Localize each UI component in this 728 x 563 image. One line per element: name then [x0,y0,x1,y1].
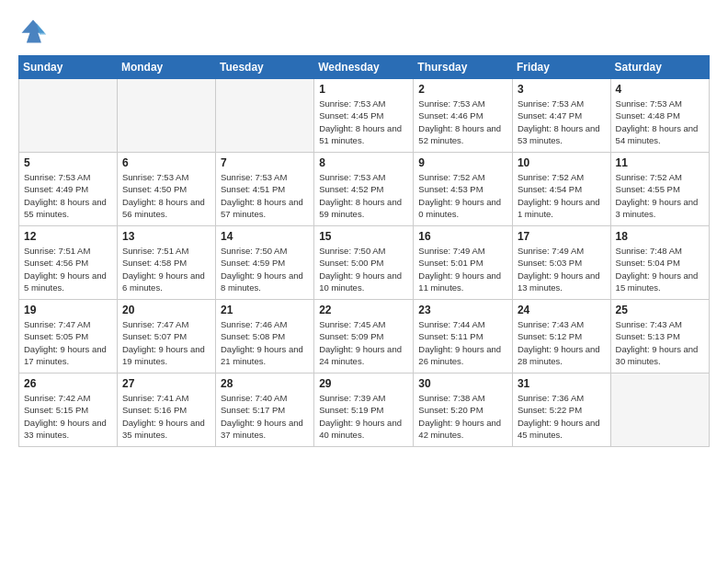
page: SundayMondayTuesdayWednesdayThursdayFrid… [0,0,728,563]
day-cell: 19Sunrise: 7:47 AM Sunset: 5:05 PM Dayli… [19,300,118,373]
day-info: Sunrise: 7:39 AM Sunset: 5:19 PM Dayligh… [319,392,408,441]
day-info: Sunrise: 7:49 AM Sunset: 5:03 PM Dayligh… [518,245,606,293]
day-info: Sunrise: 7:52 AM Sunset: 4:54 PM Dayligh… [518,171,606,220]
weekday-header-wednesday: Wednesday [314,56,414,79]
day-number: 10 [518,156,606,169]
day-cell: 4Sunrise: 7:53 AM Sunset: 4:48 PM Daylig… [610,79,709,153]
day-cell: 15Sunrise: 7:50 AM Sunset: 5:00 PM Dayli… [314,226,414,300]
weekday-header-row: SundayMondayTuesdayWednesdayThursdayFrid… [19,56,710,79]
day-cell: 25Sunrise: 7:43 AM Sunset: 5:13 PM Dayli… [610,300,709,373]
day-cell: 18Sunrise: 7:48 AM Sunset: 5:04 PM Dayli… [610,226,709,300]
day-cell [216,79,314,153]
day-info: Sunrise: 7:53 AM Sunset: 4:50 PM Dayligh… [122,171,210,220]
day-number: 25 [616,304,704,316]
day-cell: 22Sunrise: 7:45 AM Sunset: 5:09 PM Dayli… [314,300,414,373]
weekday-header-tuesday: Tuesday [216,56,314,79]
day-number: 3 [518,83,606,96]
week-row-4: 26Sunrise: 7:42 AM Sunset: 5:15 PM Dayli… [19,373,710,447]
day-number: 26 [24,377,112,390]
day-info: Sunrise: 7:45 AM Sunset: 5:09 PM Dayligh… [319,318,408,367]
day-cell [19,79,118,153]
week-row-1: 5Sunrise: 7:53 AM Sunset: 4:49 PM Daylig… [19,153,710,226]
day-info: Sunrise: 7:41 AM Sunset: 5:16 PM Dayligh… [122,392,210,441]
day-number: 31 [518,377,606,390]
day-cell: 24Sunrise: 7:43 AM Sunset: 5:12 PM Dayli… [512,300,610,373]
day-number: 21 [221,304,309,316]
day-number: 30 [418,377,507,390]
day-number: 17 [518,230,606,243]
day-number: 23 [418,304,507,316]
day-info: Sunrise: 7:51 AM Sunset: 4:56 PM Dayligh… [24,245,112,293]
weekday-header-saturday: Saturday [610,56,709,79]
day-info: Sunrise: 7:47 AM Sunset: 5:05 PM Dayligh… [24,318,112,367]
day-number: 6 [122,156,210,169]
day-cell: 31Sunrise: 7:36 AM Sunset: 5:22 PM Dayli… [512,373,610,447]
day-info: Sunrise: 7:50 AM Sunset: 5:00 PM Dayligh… [319,245,408,293]
weekday-header-sunday: Sunday [19,56,118,79]
day-info: Sunrise: 7:52 AM Sunset: 4:53 PM Dayligh… [418,171,507,220]
day-cell: 9Sunrise: 7:52 AM Sunset: 4:53 PM Daylig… [414,153,513,226]
day-cell: 14Sunrise: 7:50 AM Sunset: 4:59 PM Dayli… [216,226,314,300]
day-cell: 28Sunrise: 7:40 AM Sunset: 5:17 PM Dayli… [216,373,314,447]
day-cell: 11Sunrise: 7:52 AM Sunset: 4:55 PM Dayli… [610,153,709,226]
day-number: 13 [122,230,210,243]
week-row-3: 19Sunrise: 7:47 AM Sunset: 5:05 PM Dayli… [19,300,710,373]
calendar-table: SundayMondayTuesdayWednesdayThursdayFrid… [18,55,710,447]
day-info: Sunrise: 7:52 AM Sunset: 4:55 PM Dayligh… [616,171,704,220]
day-info: Sunrise: 7:50 AM Sunset: 4:59 PM Dayligh… [221,245,309,293]
day-number: 11 [616,156,704,169]
day-number: 27 [122,377,210,390]
day-cell: 7Sunrise: 7:53 AM Sunset: 4:51 PM Daylig… [216,153,314,226]
day-info: Sunrise: 7:36 AM Sunset: 5:22 PM Dayligh… [518,392,606,441]
day-info: Sunrise: 7:48 AM Sunset: 5:04 PM Dayligh… [616,245,704,293]
day-info: Sunrise: 7:46 AM Sunset: 5:08 PM Dayligh… [221,318,309,367]
day-cell: 10Sunrise: 7:52 AM Sunset: 4:54 PM Dayli… [512,153,610,226]
day-info: Sunrise: 7:49 AM Sunset: 5:01 PM Dayligh… [418,245,507,293]
day-cell: 27Sunrise: 7:41 AM Sunset: 5:16 PM Dayli… [117,373,215,447]
day-cell [610,373,709,447]
day-number: 5 [24,156,112,169]
day-info: Sunrise: 7:53 AM Sunset: 4:48 PM Dayligh… [616,98,704,146]
header [18,17,710,46]
day-cell: 8Sunrise: 7:53 AM Sunset: 4:52 PM Daylig… [314,153,414,226]
week-row-0: 1Sunrise: 7:53 AM Sunset: 4:45 PM Daylig… [19,79,710,153]
day-cell: 16Sunrise: 7:49 AM Sunset: 5:01 PM Dayli… [414,226,513,300]
day-number: 8 [319,156,408,169]
day-number: 15 [319,230,408,243]
day-cell: 6Sunrise: 7:53 AM Sunset: 4:50 PM Daylig… [117,153,215,226]
day-info: Sunrise: 7:53 AM Sunset: 4:47 PM Dayligh… [518,98,606,146]
day-number: 24 [518,304,606,316]
weekday-header-monday: Monday [117,56,215,79]
day-info: Sunrise: 7:53 AM Sunset: 4:51 PM Dayligh… [221,171,309,220]
day-info: Sunrise: 7:44 AM Sunset: 5:11 PM Dayligh… [418,318,507,367]
day-number: 7 [221,156,309,169]
day-cell: 3Sunrise: 7:53 AM Sunset: 4:47 PM Daylig… [512,79,610,153]
day-info: Sunrise: 7:53 AM Sunset: 4:52 PM Dayligh… [319,171,408,220]
day-cell: 30Sunrise: 7:38 AM Sunset: 5:20 PM Dayli… [414,373,513,447]
day-number: 2 [418,83,507,96]
day-cell: 2Sunrise: 7:53 AM Sunset: 4:46 PM Daylig… [414,79,513,153]
day-cell: 17Sunrise: 7:49 AM Sunset: 5:03 PM Dayli… [512,226,610,300]
day-cell: 26Sunrise: 7:42 AM Sunset: 5:15 PM Dayli… [19,373,118,447]
week-row-2: 12Sunrise: 7:51 AM Sunset: 4:56 PM Dayli… [19,226,710,300]
day-info: Sunrise: 7:42 AM Sunset: 5:15 PM Dayligh… [24,392,112,441]
day-info: Sunrise: 7:43 AM Sunset: 5:12 PM Dayligh… [518,318,606,367]
day-info: Sunrise: 7:53 AM Sunset: 4:46 PM Dayligh… [418,98,507,146]
day-number: 19 [24,304,112,316]
day-info: Sunrise: 7:38 AM Sunset: 5:20 PM Dayligh… [418,392,507,441]
day-number: 18 [616,230,704,243]
day-number: 28 [221,377,309,390]
day-info: Sunrise: 7:47 AM Sunset: 5:07 PM Dayligh… [122,318,210,367]
day-number: 20 [122,304,210,316]
day-cell: 21Sunrise: 7:46 AM Sunset: 5:08 PM Dayli… [216,300,314,373]
day-number: 29 [319,377,408,390]
weekday-header-friday: Friday [512,56,610,79]
day-number: 12 [24,230,112,243]
logo [18,17,51,46]
day-cell: 13Sunrise: 7:51 AM Sunset: 4:58 PM Dayli… [117,226,215,300]
day-info: Sunrise: 7:43 AM Sunset: 5:13 PM Dayligh… [616,318,704,367]
day-info: Sunrise: 7:53 AM Sunset: 4:49 PM Dayligh… [24,171,112,220]
day-number: 9 [418,156,507,169]
day-cell: 12Sunrise: 7:51 AM Sunset: 4:56 PM Dayli… [19,226,118,300]
day-cell: 23Sunrise: 7:44 AM Sunset: 5:11 PM Dayli… [414,300,513,373]
